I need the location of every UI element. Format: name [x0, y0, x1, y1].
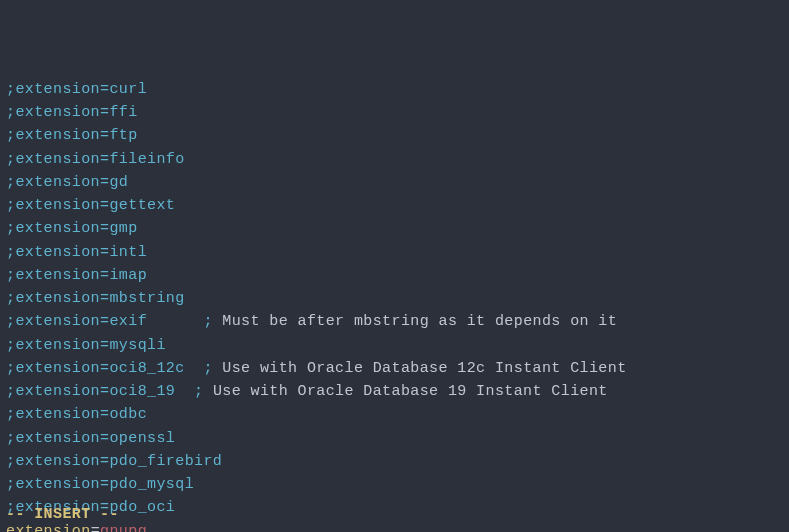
comment-semicolon: ;: [6, 81, 15, 98]
ini-value: oci8_12c: [109, 360, 184, 377]
comment-semicolon: ;: [6, 197, 15, 214]
ini-key: extension: [15, 220, 100, 237]
inline-comment-text: Must be after mbstring as it depends on …: [222, 313, 617, 330]
code-line[interactable]: ;extension=fileinfo: [6, 148, 783, 171]
code-area[interactable]: ;extension=curl;extension=ffi;extension=…: [6, 78, 783, 532]
code-line[interactable]: ;extension=mysqli: [6, 334, 783, 357]
comment-semicolon: ;: [6, 127, 15, 144]
code-line[interactable]: extension=gnupg: [6, 520, 783, 533]
code-line[interactable]: ;extension=imap: [6, 264, 783, 287]
ini-key: extension: [15, 81, 100, 98]
code-line[interactable]: ;extension=gettext: [6, 194, 783, 217]
ini-value: gettext: [109, 197, 175, 214]
ini-key: extension: [15, 337, 100, 354]
ini-value: intl: [109, 244, 147, 261]
inline-comment-text: Use with Oracle Database 12c Instant Cli…: [222, 360, 626, 377]
padding: [147, 313, 203, 330]
vim-mode-indicator: -- INSERT --: [6, 503, 119, 526]
inline-comment-semicolon: ;: [194, 383, 213, 400]
ini-key: extension: [15, 313, 100, 330]
ini-key: extension: [15, 174, 100, 191]
ini-key: extension: [15, 290, 100, 307]
comment-semicolon: ;: [6, 406, 15, 423]
comment-semicolon: ;: [6, 267, 15, 284]
code-line[interactable]: ;extension=odbc: [6, 403, 783, 426]
padding: [185, 360, 204, 377]
code-line[interactable]: ;extension=gd: [6, 171, 783, 194]
ini-key: extension: [15, 476, 100, 493]
ini-key: extension: [15, 360, 100, 377]
comment-semicolon: ;: [6, 290, 15, 307]
padding: [175, 383, 194, 400]
ini-key: extension: [15, 453, 100, 470]
ini-key: extension: [15, 430, 100, 447]
ini-value: imap: [109, 267, 147, 284]
ini-key: extension: [15, 127, 100, 144]
code-line[interactable]: ;extension=ffi: [6, 101, 783, 124]
ini-key: extension: [15, 104, 100, 121]
code-line[interactable]: ;extension=pdo_firebird: [6, 450, 783, 473]
comment-semicolon: ;: [6, 220, 15, 237]
comment-semicolon: ;: [6, 476, 15, 493]
ini-value: gmp: [109, 220, 137, 237]
comment-semicolon: ;: [6, 104, 15, 121]
ini-value: openssl: [109, 430, 175, 447]
code-line[interactable]: ;extension=oci8_19 ; Use with Oracle Dat…: [6, 380, 783, 403]
comment-semicolon: ;: [6, 430, 15, 447]
ini-value: ftp: [109, 127, 137, 144]
ini-key: extension: [15, 244, 100, 261]
ini-key: extension: [15, 267, 100, 284]
ini-value: ffi: [109, 104, 137, 121]
ini-value: pdo_firebird: [109, 453, 222, 470]
code-line[interactable]: ;extension=oci8_12c ; Use with Oracle Da…: [6, 357, 783, 380]
ini-value: fileinfo: [109, 151, 184, 168]
comment-semicolon: ;: [6, 151, 15, 168]
code-line[interactable]: ;extension=mbstring: [6, 287, 783, 310]
code-line[interactable]: ;extension=curl: [6, 78, 783, 101]
comment-semicolon: ;: [6, 313, 15, 330]
code-line[interactable]: ;extension=openssl: [6, 427, 783, 450]
code-line[interactable]: ;extension=intl: [6, 241, 783, 264]
code-line[interactable]: ;extension=pdo_mysql: [6, 473, 783, 496]
comment-semicolon: ;: [6, 174, 15, 191]
ini-key: extension: [15, 383, 100, 400]
ini-value: oci8_19: [109, 383, 175, 400]
ini-key: extension: [15, 406, 100, 423]
inline-comment-semicolon: ;: [203, 360, 222, 377]
code-line[interactable]: ;extension=pdo_oci: [6, 496, 783, 519]
ini-value: pdo_oci: [109, 499, 175, 516]
ini-value: gd: [109, 174, 128, 191]
vim-editor-viewport[interactable]: ;extension=curl;extension=ffi;extension=…: [0, 0, 789, 532]
ini-value: mysqli: [109, 337, 165, 354]
ini-key: extension: [15, 197, 100, 214]
ini-value: mbstring: [109, 290, 184, 307]
ini-value: pdo_mysql: [109, 476, 194, 493]
ini-key: extension: [15, 151, 100, 168]
code-line[interactable]: ;extension=ftp: [6, 124, 783, 147]
inline-comment-semicolon: ;: [203, 313, 222, 330]
code-line[interactable]: ;extension=gmp: [6, 217, 783, 240]
ini-value: odbc: [109, 406, 147, 423]
ini-value: exif: [109, 313, 147, 330]
inline-comment-text: Use with Oracle Database 19 Instant Clie…: [213, 383, 608, 400]
comment-semicolon: ;: [6, 383, 15, 400]
ini-value: curl: [109, 81, 147, 98]
comment-semicolon: ;: [6, 453, 15, 470]
code-line[interactable]: ;extension=exif ; Must be after mbstring…: [6, 310, 783, 333]
comment-semicolon: ;: [6, 337, 15, 354]
comment-semicolon: ;: [6, 244, 15, 261]
comment-semicolon: ;: [6, 360, 15, 377]
